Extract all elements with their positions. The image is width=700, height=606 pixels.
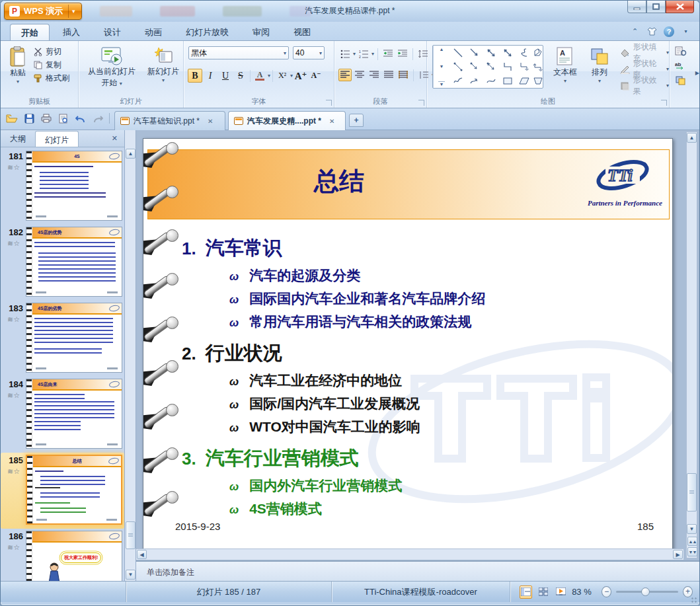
scroll-up-icon[interactable]: ▲: [687, 133, 697, 143]
scroll-thumb[interactable]: [687, 473, 697, 511]
panel-scroll-down-icon[interactable]: ▼: [126, 570, 136, 580]
select-icon[interactable]: [675, 75, 687, 85]
resize-grip[interactable]: [691, 597, 697, 603]
superscript-button[interactable]: X²: [275, 69, 290, 83]
text-box-button[interactable]: A 文本框 ▾: [549, 44, 582, 96]
next-slide-button[interactable]: ▼▼: [687, 547, 697, 556]
align-left-button[interactable]: [338, 69, 352, 81]
font-family-combobox[interactable]: 黑体▾: [188, 46, 289, 59]
help-icon[interactable]: ?: [664, 26, 674, 37]
paragraph-dialog-launcher-icon[interactable]: [418, 100, 424, 106]
panel-scroll-thumb[interactable]: [126, 521, 136, 549]
decrease-indent-button[interactable]: [381, 48, 395, 60]
font-color-dropdown-icon[interactable]: ▾: [268, 73, 270, 79]
from-current-slide-button[interactable]: 从当前幻灯片 开始 ▾: [81, 44, 142, 96]
panel-scroll-up-icon[interactable]: ▲: [126, 149, 136, 159]
slide-title-band[interactable]: 总结 TTi Partners in Performance: [147, 149, 670, 219]
tab-view[interactable]: 视图: [283, 24, 321, 42]
tab-home[interactable]: 开始: [10, 24, 50, 42]
grow-font-button[interactable]: A⁺: [293, 69, 308, 83]
shape-effects-button[interactable]: 形状效果▾: [620, 79, 669, 92]
zoom-slider-thumb[interactable]: [641, 587, 650, 596]
paste-button[interactable]: 粘贴 ▾: [5, 44, 31, 95]
thumbnail-184[interactable]: 184 ≋☆ 4S店由来: [1, 377, 124, 453]
underline-button[interactable]: U: [218, 69, 233, 83]
collapse-ribbon-icon[interactable]: ⌃: [629, 26, 641, 37]
font-dialog-launcher-icon[interactable]: [326, 100, 332, 106]
arrange-button[interactable]: 排列 ▾: [584, 44, 615, 96]
panel-scrollbar[interactable]: ▲ ▼: [125, 130, 136, 581]
panel-close-icon[interactable]: ✕: [112, 134, 118, 143]
new-document-tab-button[interactable]: +: [349, 114, 364, 127]
justify-button[interactable]: [382, 69, 395, 81]
tab-slideshow[interactable]: 幻灯片放映: [175, 24, 239, 42]
tab-insert[interactable]: 插入: [52, 24, 91, 42]
main-horizontal-scrollbar[interactable]: ◀ ▶: [136, 549, 683, 560]
shape-outline-button[interactable]: 形状轮廓▾: [620, 63, 669, 75]
bullets-button[interactable]: [338, 48, 352, 60]
distribute-button[interactable]: [397, 69, 410, 81]
close-tab-icon[interactable]: ✕: [208, 118, 213, 125]
expand-ribbon-right-icon[interactable]: ▶: [695, 70, 699, 76]
zoom-out-button[interactable]: −: [602, 586, 611, 597]
tab-design[interactable]: 设计: [93, 24, 132, 42]
minimize-button[interactable]: [627, 1, 646, 13]
copy-button[interactable]: 复制: [34, 58, 69, 71]
new-slide-button[interactable]: 新幻灯片 ▾: [145, 44, 182, 96]
font-size-combobox[interactable]: 40▾: [293, 46, 325, 59]
skin-icon[interactable]: [646, 26, 658, 37]
more-dropdown-icon[interactable]: ▾: [680, 26, 691, 37]
increase-indent-button[interactable]: [396, 48, 409, 60]
shapes-gallery-scroll[interactable]: ▲▼▼: [433, 46, 449, 88]
redo-icon[interactable]: [92, 112, 104, 124]
document-tab-2-active[interactable]: 汽车发展史精....ppt * ✕: [228, 111, 346, 130]
shapes-gallery[interactable]: ▲▼▼: [432, 45, 543, 89]
replace-icon[interactable]: ab: [675, 61, 687, 71]
italic-button[interactable]: I: [203, 69, 217, 83]
app-menu-dropdown-icon[interactable]: ▾: [69, 8, 78, 15]
superscript-dropdown-icon[interactable]: ▾: [290, 73, 293, 79]
format-painter-button[interactable]: 格式刷: [34, 71, 69, 85]
shape-fill-button[interactable]: 形状填充▾: [620, 46, 669, 59]
drawing-dialog-launcher-icon[interactable]: [661, 100, 667, 106]
slide-canvas[interactable]: 总结 TTi Partners in Performance: [143, 138, 673, 551]
scroll-right-icon[interactable]: ▶: [673, 550, 683, 559]
slideshow-view-button[interactable]: [555, 586, 567, 599]
thumbnail-186[interactable]: 186 ≋☆ 祝大家工作顺利!: [1, 529, 124, 581]
scroll-left-icon[interactable]: ◀: [137, 550, 147, 559]
close-button[interactable]: [666, 1, 694, 13]
bold-button[interactable]: B: [188, 69, 202, 83]
zoom-slider[interactable]: [616, 591, 678, 593]
thumbnail-182[interactable]: 182 ≋☆ 4S店的优势: [1, 225, 124, 301]
tab-slides[interactable]: 幻灯片: [35, 131, 79, 147]
print-icon[interactable]: [40, 112, 52, 124]
normal-view-button[interactable]: [520, 586, 532, 599]
tab-review[interactable]: 审阅: [242, 24, 280, 42]
main-vertical-scrollbar[interactable]: ▲ ▼ ▲▲ ▼▼: [686, 132, 697, 558]
font-color-button[interactable]: A: [253, 69, 267, 83]
print-preview-icon[interactable]: [58, 112, 69, 124]
notes-pane[interactable]: 单击添加备注: [136, 560, 699, 581]
find-icon[interactable]: [675, 46, 687, 56]
previous-slide-button[interactable]: ▲▲: [687, 537, 697, 546]
wps-app-button[interactable]: P WPS 演示 ▾: [4, 3, 82, 20]
tab-outline[interactable]: 大纲: [1, 130, 35, 147]
save-icon[interactable]: [23, 112, 35, 124]
undo-icon[interactable]: [75, 112, 87, 124]
maximize-button[interactable]: [646, 1, 666, 13]
document-tab-1[interactable]: 汽车基础知识.ppt * ✕: [114, 111, 225, 130]
scroll-down-icon[interactable]: ▼: [687, 524, 697, 534]
tab-animation[interactable]: 动画: [134, 24, 173, 42]
slide-body-placeholder[interactable]: 1.汽车常识 ω汽车的起源及分类 ω国际国内汽车企业和著名汽车品牌介绍 ω常用汽…: [182, 226, 659, 518]
thumbnail-183[interactable]: 183 ≋☆ 4S店的劣势: [1, 301, 124, 377]
cut-button[interactable]: 剪切: [34, 45, 69, 58]
thumbnail-181[interactable]: 181 ≋☆ 4S: [1, 149, 124, 225]
zoom-in-button[interactable]: +: [683, 586, 693, 597]
thumbnail-185-selected[interactable]: 185 ≋☆ 总结: [1, 453, 124, 529]
shrink-font-button[interactable]: A⁻: [309, 69, 323, 83]
align-right-button[interactable]: [368, 69, 381, 81]
numbering-button[interactable]: 12: [357, 48, 370, 60]
strikethrough-button[interactable]: S: [233, 69, 248, 83]
align-center-button[interactable]: [353, 69, 366, 81]
open-icon[interactable]: [6, 112, 18, 124]
